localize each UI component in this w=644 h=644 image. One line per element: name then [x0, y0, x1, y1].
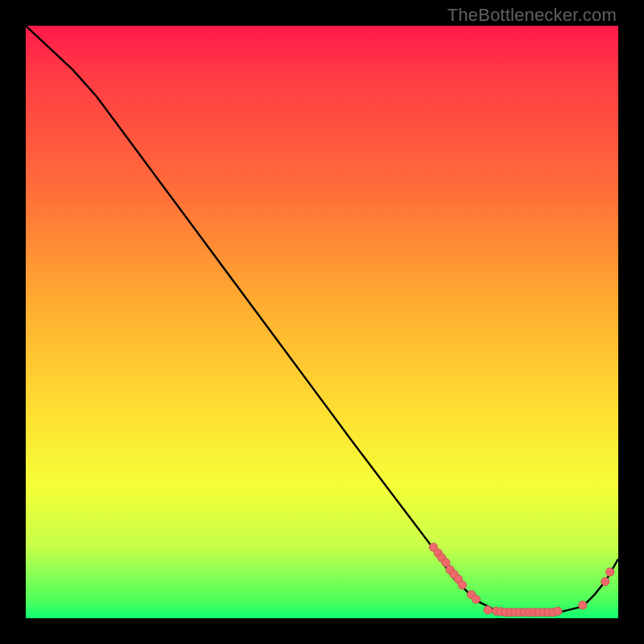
chart-marker — [606, 568, 614, 576]
chart-line — [26, 26, 618, 613]
chart-svg — [26, 26, 618, 618]
chart-marker — [601, 577, 609, 585]
chart-frame: TheBottlenecker.com — [0, 0, 644, 644]
chart-line-group — [26, 26, 618, 613]
chart-plot-area — [26, 26, 618, 618]
chart-marker — [484, 606, 492, 614]
chart-markers-group — [429, 543, 614, 617]
chart-marker — [458, 581, 466, 589]
attribution-label: TheBottlenecker.com — [448, 5, 617, 26]
chart-marker — [579, 601, 587, 609]
chart-marker — [554, 607, 562, 615]
chart-marker — [472, 595, 480, 603]
